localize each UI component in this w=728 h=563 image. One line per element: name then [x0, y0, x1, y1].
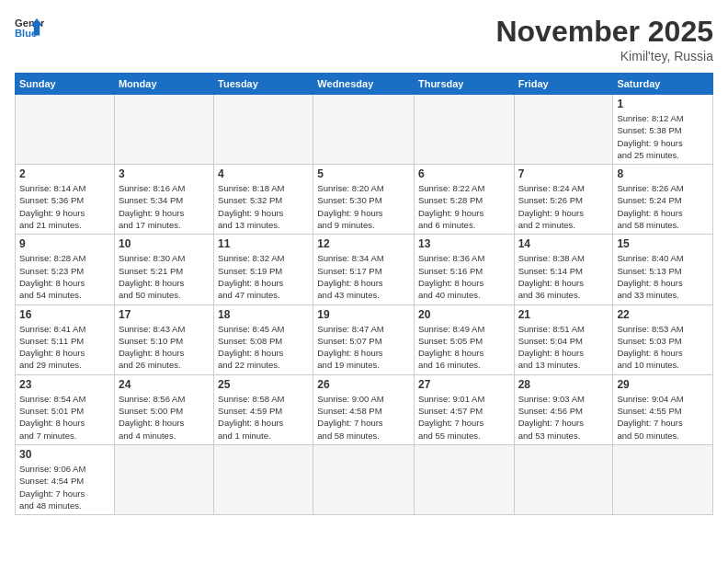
day-number: 5 [317, 167, 410, 180]
calendar-cell [114, 444, 213, 514]
calendar-cell: 21Sunrise: 8:51 AM Sunset: 5:04 PM Dayli… [514, 304, 613, 374]
day-info: Sunrise: 8:58 AM Sunset: 4:59 PM Dayligh… [218, 393, 309, 442]
col-sunday: Sunday [16, 74, 115, 95]
day-info: Sunrise: 8:41 AM Sunset: 5:11 PM Dayligh… [19, 323, 110, 372]
day-info: Sunrise: 8:45 AM Sunset: 5:08 PM Dayligh… [218, 323, 309, 372]
day-info: Sunrise: 8:30 AM Sunset: 5:21 PM Dayligh… [119, 252, 210, 301]
day-info: Sunrise: 8:24 AM Sunset: 5:26 PM Dayligh… [518, 182, 609, 231]
day-number: 18 [218, 308, 309, 321]
calendar-cell: 24Sunrise: 8:56 AM Sunset: 5:00 PM Dayli… [114, 374, 213, 444]
calendar-cell [16, 95, 115, 165]
day-info: Sunrise: 8:36 AM Sunset: 5:16 PM Dayligh… [418, 252, 510, 301]
header: General Blue November 2025 Kimil'tey, Ru… [15, 15, 713, 63]
day-number: 17 [119, 308, 210, 321]
day-info: Sunrise: 8:26 AM Sunset: 5:24 PM Dayligh… [617, 182, 709, 231]
calendar-cell: 25Sunrise: 8:58 AM Sunset: 4:59 PM Dayli… [214, 374, 313, 444]
calendar-cell: 1Sunrise: 8:12 AM Sunset: 5:38 PM Daylig… [613, 95, 713, 165]
col-wednesday: Wednesday [313, 74, 415, 95]
calendar-cell: 9Sunrise: 8:28 AM Sunset: 5:23 PM Daylig… [16, 235, 115, 304]
calendar-cell: 4Sunrise: 8:18 AM Sunset: 5:32 PM Daylig… [214, 165, 313, 235]
calendar-cell: 20Sunrise: 8:49 AM Sunset: 5:05 PM Dayli… [414, 304, 514, 374]
calendar-table: Sunday Monday Tuesday Wednesday Thursday… [15, 73, 713, 515]
day-number: 7 [518, 167, 609, 180]
calendar-cell: 3Sunrise: 8:16 AM Sunset: 5:34 PM Daylig… [114, 165, 213, 235]
calendar-cell [214, 95, 313, 165]
day-info: Sunrise: 9:01 AM Sunset: 4:57 PM Dayligh… [418, 393, 510, 442]
calendar-cell: 19Sunrise: 8:47 AM Sunset: 5:07 PM Dayli… [313, 304, 415, 374]
day-number: 11 [218, 237, 309, 250]
day-info: Sunrise: 8:28 AM Sunset: 5:23 PM Dayligh… [19, 252, 110, 301]
col-thursday: Thursday [414, 74, 514, 95]
day-number: 30 [19, 448, 110, 461]
calendar-cell [514, 444, 613, 514]
calendar-cell [514, 95, 613, 165]
day-number: 10 [119, 237, 210, 250]
day-number: 1 [617, 98, 709, 110]
calendar-cell: 10Sunrise: 8:30 AM Sunset: 5:21 PM Dayli… [114, 235, 213, 304]
day-number: 13 [418, 237, 510, 250]
calendar-cell: 18Sunrise: 8:45 AM Sunset: 5:08 PM Dayli… [214, 304, 313, 374]
day-number: 26 [317, 378, 410, 391]
logo: General Blue [15, 15, 44, 40]
calendar-cell: 14Sunrise: 8:38 AM Sunset: 5:14 PM Dayli… [514, 235, 613, 304]
day-info: Sunrise: 8:12 AM Sunset: 5:38 PM Dayligh… [617, 112, 709, 161]
calendar-cell: 7Sunrise: 8:24 AM Sunset: 5:26 PM Daylig… [514, 165, 613, 235]
calendar-cell [414, 95, 514, 165]
day-number: 16 [19, 308, 110, 321]
day-number: 3 [119, 167, 210, 180]
day-info: Sunrise: 8:20 AM Sunset: 5:30 PM Dayligh… [317, 182, 410, 231]
day-number: 29 [617, 378, 709, 391]
calendar-header-row: Sunday Monday Tuesday Wednesday Thursday… [16, 74, 713, 95]
col-monday: Monday [114, 74, 213, 95]
calendar-cell: 23Sunrise: 8:54 AM Sunset: 5:01 PM Dayli… [16, 374, 115, 444]
day-number: 8 [617, 167, 709, 180]
day-number: 21 [518, 308, 609, 321]
day-info: Sunrise: 8:32 AM Sunset: 5:19 PM Dayligh… [218, 252, 309, 301]
calendar-cell: 5Sunrise: 8:20 AM Sunset: 5:30 PM Daylig… [313, 165, 415, 235]
col-saturday: Saturday [613, 74, 713, 95]
day-info: Sunrise: 8:40 AM Sunset: 5:13 PM Dayligh… [617, 252, 709, 301]
day-info: Sunrise: 8:53 AM Sunset: 5:03 PM Dayligh… [617, 323, 709, 372]
calendar-cell: 16Sunrise: 8:41 AM Sunset: 5:11 PM Dayli… [16, 304, 115, 374]
calendar-cell: 22Sunrise: 8:53 AM Sunset: 5:03 PM Dayli… [613, 304, 713, 374]
day-number: 28 [518, 378, 609, 391]
calendar-cell [313, 95, 415, 165]
day-number: 22 [617, 308, 709, 321]
calendar-week-row: 16Sunrise: 8:41 AM Sunset: 5:11 PM Dayli… [16, 304, 713, 374]
day-info: Sunrise: 8:47 AM Sunset: 5:07 PM Dayligh… [317, 323, 410, 372]
day-number: 6 [418, 167, 510, 180]
title-block: November 2025 Kimil'tey, Russia [495, 15, 713, 63]
calendar-cell: 17Sunrise: 8:43 AM Sunset: 5:10 PM Dayli… [114, 304, 213, 374]
day-number: 24 [119, 378, 210, 391]
day-number: 19 [317, 308, 410, 321]
day-number: 4 [218, 167, 309, 180]
calendar-cell [414, 444, 514, 514]
svg-text:Blue: Blue [15, 28, 37, 39]
day-info: Sunrise: 8:51 AM Sunset: 5:04 PM Dayligh… [518, 323, 609, 372]
col-tuesday: Tuesday [214, 74, 313, 95]
calendar-week-row: 9Sunrise: 8:28 AM Sunset: 5:23 PM Daylig… [16, 235, 713, 304]
calendar-cell: 8Sunrise: 8:26 AM Sunset: 5:24 PM Daylig… [613, 165, 713, 235]
calendar-week-row: 30Sunrise: 9:06 AM Sunset: 4:54 PM Dayli… [16, 444, 713, 514]
calendar-cell [114, 95, 213, 165]
day-info: Sunrise: 8:16 AM Sunset: 5:34 PM Dayligh… [119, 182, 210, 231]
calendar-week-row: 1Sunrise: 8:12 AM Sunset: 5:38 PM Daylig… [16, 95, 713, 165]
day-number: 14 [518, 237, 609, 250]
day-info: Sunrise: 9:00 AM Sunset: 4:58 PM Dayligh… [317, 393, 410, 442]
calendar-cell: 15Sunrise: 8:40 AM Sunset: 5:13 PM Dayli… [613, 235, 713, 304]
day-info: Sunrise: 8:43 AM Sunset: 5:10 PM Dayligh… [119, 323, 210, 372]
day-number: 27 [418, 378, 510, 391]
calendar-week-row: 2Sunrise: 8:14 AM Sunset: 5:36 PM Daylig… [16, 165, 713, 235]
day-info: Sunrise: 8:22 AM Sunset: 5:28 PM Dayligh… [418, 182, 510, 231]
calendar-cell [214, 444, 313, 514]
calendar-cell [613, 444, 713, 514]
calendar-cell: 30Sunrise: 9:06 AM Sunset: 4:54 PM Dayli… [16, 444, 115, 514]
month-title: November 2025 [495, 15, 713, 49]
day-info: Sunrise: 8:49 AM Sunset: 5:05 PM Dayligh… [418, 323, 510, 372]
day-info: Sunrise: 8:54 AM Sunset: 5:01 PM Dayligh… [19, 393, 110, 442]
day-number: 2 [19, 167, 110, 180]
calendar-cell: 26Sunrise: 9:00 AM Sunset: 4:58 PM Dayli… [313, 374, 415, 444]
day-info: Sunrise: 8:56 AM Sunset: 5:00 PM Dayligh… [119, 393, 210, 442]
day-number: 15 [617, 237, 709, 250]
day-info: Sunrise: 8:14 AM Sunset: 5:36 PM Dayligh… [19, 182, 110, 231]
